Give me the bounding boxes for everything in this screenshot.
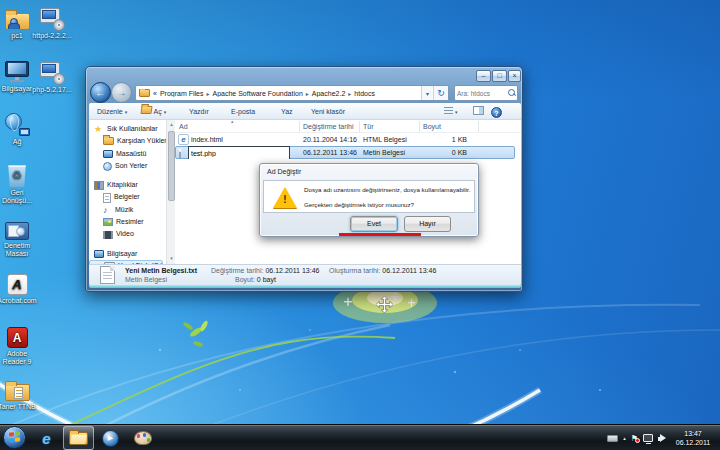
no-button[interactable]: Hayır [404, 216, 451, 232]
sidebar-item-favorites[interactable]: ★Sık Kullanılanlar [89, 123, 166, 135]
sidebar-item-video[interactable]: Video [89, 228, 166, 240]
desktop-icon-httpd-installer[interactable]: httpd-2.2.2... [30, 3, 74, 40]
back-button[interactable]: ← [90, 82, 111, 103]
taskbar-clock[interactable]: 13:47 06.12.2011 [670, 429, 716, 447]
clock-date: 06.12.2011 [670, 438, 716, 447]
show-hidden-icons-button[interactable]: ▴ [623, 435, 626, 441]
recycle-bin-icon: ♻ [8, 164, 27, 187]
start-button[interactable] [3, 426, 26, 449]
print-button[interactable]: Yazdır [189, 103, 209, 120]
scrollbar-thumb[interactable] [168, 131, 175, 201]
refresh-button[interactable]: ↻ [433, 86, 448, 100]
address-dropdown-button[interactable]: ▾ [421, 86, 433, 100]
rename-edit-box[interactable] [188, 146, 290, 159]
monitor-icon [103, 150, 113, 158]
library-icon [94, 181, 104, 190]
open-menu[interactable]: Aç▾ [141, 103, 166, 120]
views-button[interactable]: ▾ [444, 103, 458, 120]
breadcrumb-item[interactable]: Program Files [160, 90, 204, 97]
folder-icon [139, 89, 150, 97]
column-header-name[interactable]: Ad [175, 120, 188, 133]
column-header-modified[interactable]: Değiştirme tarihi [299, 120, 354, 133]
sidebar-item-recent[interactable]: Son Yerler [89, 160, 166, 172]
sidebar-item-computer[interactable]: Bilgisayar [89, 248, 166, 260]
preview-pane-button[interactable] [473, 103, 484, 120]
details-modified: Değiştirme tarihi: 06.12.2011 13:46 [211, 267, 319, 274]
taskbar-button-paint[interactable] [127, 426, 158, 450]
desktop-icon-php-installer[interactable]: php-5.2.17... [30, 57, 74, 94]
breadcrumb-item[interactable]: htdocs [354, 90, 375, 97]
burn-button[interactable]: Yaz [281, 103, 293, 120]
details-pane: Yeni Metin Belgesi.txt Metin Belgesi Değ… [89, 264, 521, 285]
file-type: Metin Belgesi [363, 146, 405, 159]
help-button[interactable]: ? [491, 103, 502, 120]
breadcrumb-separator-icon: ▸ [206, 90, 209, 97]
folder-open-icon [140, 106, 152, 114]
file-row-index-html[interactable]: e index.html 20.11.2004 14:16 HTML Belge… [175, 133, 521, 146]
details-file-type: Metin Belgesi [125, 276, 167, 283]
desktop-icon-label: Denetim Masası [0, 242, 39, 258]
action-center-icon[interactable]: ⚑ [631, 434, 638, 443]
sidebar-item-documents[interactable]: Belgeler [89, 191, 166, 203]
sidebar-item-libraries[interactable]: Kitaplıklar [89, 179, 166, 191]
address-bar[interactable]: « Program Files ▸ Apache Software Founda… [135, 85, 449, 101]
breadcrumb-item[interactable]: Apache2.2 [312, 90, 345, 97]
sort-ascending-icon: ▴ [231, 120, 234, 124]
sidebar-scrollbar[interactable]: ▴ ▾ [166, 120, 175, 264]
desktop-icon-acrobat-com[interactable]: A Acrobat.com [0, 268, 39, 305]
picture-icon [103, 218, 113, 226]
yes-button[interactable]: Evet [350, 216, 398, 232]
taskbar-button-media-player[interactable]: ▶ [95, 426, 126, 450]
search-box [454, 85, 518, 101]
column-header-size[interactable]: Boyut [419, 120, 441, 133]
chevron-down-icon: ▾ [125, 109, 128, 115]
volume-icon[interactable] [658, 434, 668, 443]
search-icon[interactable] [507, 88, 517, 98]
desktop-icon-adobe-reader[interactable]: A Adobe Reader 9 [0, 321, 39, 366]
details-created: Oluşturma tarihi: 06.12.2011 13:46 [329, 267, 436, 274]
chevron-down-icon: ▾ [455, 109, 458, 115]
dialog-message-line2: Gerçekten değiştirmek istiyor musunuz? [304, 201, 414, 208]
organize-menu[interactable]: Düzenle▾ [97, 103, 127, 120]
installer-icon [40, 8, 64, 30]
clock-time: 13:47 [670, 429, 716, 438]
file-modified: 20.11.2004 14:16 [303, 133, 357, 146]
desktop-icon-control-panel[interactable]: Denetim Masası [0, 213, 39, 258]
desktop-icon-recycle-bin[interactable]: ♻ Geri Dönüşü... [0, 160, 39, 205]
network-tray-icon[interactable] [643, 434, 653, 442]
document-overlay-icon [14, 387, 23, 399]
forward-button[interactable]: → [111, 82, 132, 103]
rename-dialog: Ad Değiştir ! Dosya adı uzantısını değiş… [259, 163, 479, 237]
sidebar-item-music[interactable]: ♪Müzik [89, 204, 166, 216]
folder-icon [103, 137, 114, 145]
email-button[interactable]: E-posta [231, 103, 255, 120]
taskbar-button-explorer-active[interactable] [63, 426, 94, 450]
breadcrumb-overflow-chevron[interactable]: « [153, 90, 157, 97]
breadcrumb-item[interactable]: Apache Software Foundation [213, 90, 303, 97]
music-note-icon: ♪ [103, 204, 112, 216]
file-row-test-php[interactable]: 06.12.2011 13:46 Metin Belgesi 0 KB [175, 146, 521, 159]
device-tray-icon[interactable] [607, 435, 618, 442]
media-player-icon: ▶ [102, 430, 119, 447]
file-modified: 06.12.2011 13:46 [303, 146, 357, 159]
sidebar-item-downloads[interactable]: Karşıdan Yüklem [89, 135, 166, 147]
desktop-icon-network[interactable]: Ağ [0, 109, 39, 146]
sidebar-item-desktop[interactable]: Masaüstü [89, 148, 166, 160]
windows-logo-icon [9, 431, 20, 442]
desktop-icon-taner-folder[interactable]: Taner TTNB [0, 374, 39, 411]
column-header-type[interactable]: Tür [359, 120, 374, 133]
desktop-icon-label: Geri Dönüşü... [0, 189, 39, 205]
shared-folder-icon [5, 13, 30, 30]
rename-input[interactable] [189, 148, 289, 159]
help-icon: ? [491, 107, 502, 118]
search-input[interactable] [455, 90, 507, 97]
adobe-reader-icon: A [7, 327, 28, 348]
new-folder-button[interactable]: Yeni klasör [311, 103, 345, 120]
dialog-message-line1: Dosya adı uzantısını değiştirirseniz, do… [304, 186, 470, 193]
taskbar-button-internet-explorer[interactable]: e [31, 426, 62, 450]
details-file-name: Yeni Metin Belgesi.txt [125, 267, 197, 274]
sidebar-item-pictures[interactable]: Resimler [89, 216, 166, 228]
warning-icon: ! [273, 187, 297, 208]
desktop: pc1 httpd-2.2.2... Bilgisayar php-5.2.17… [0, 0, 720, 450]
paint-icon [134, 431, 152, 445]
